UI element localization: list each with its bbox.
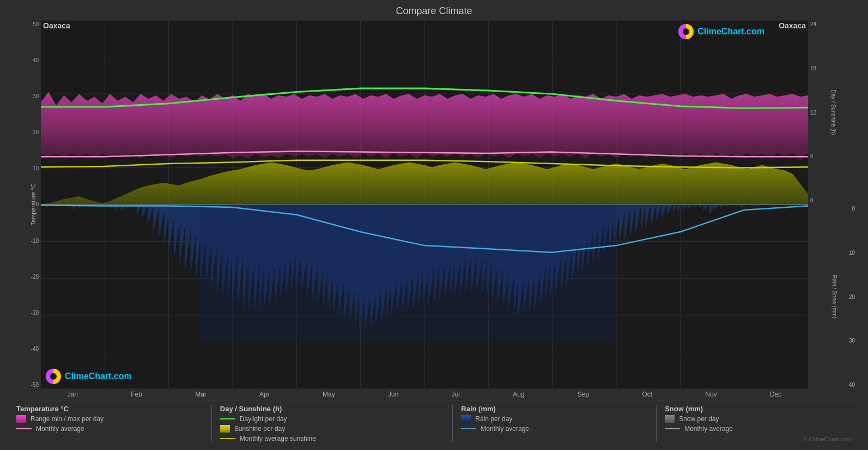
legend-rain-avg: Monthly average — [461, 425, 648, 433]
legend-divider-2 — [452, 405, 453, 442]
x-label-apr: Apr — [259, 391, 270, 398]
legend-temp-avg: Monthly average — [16, 425, 203, 433]
x-axis: Jan Feb Mar Apr May Jun Jul Aug Sep Oct … — [41, 389, 808, 400]
y-axis-right-rain-label: Rain / Snow (mm) — [831, 275, 837, 319]
legend-temperature: Temperature °C Range min / max per day M… — [16, 405, 203, 442]
temp-range-swatch — [16, 415, 26, 423]
legend-rain-per-day: Rain per day — [461, 415, 648, 423]
sunshine-avg-line — [220, 438, 235, 439]
x-label-jan: Jan — [68, 391, 78, 398]
legend-sunshine-title: Day / Sunshine (h) — [220, 405, 444, 413]
chart-title: Compare Climate — [11, 5, 857, 17]
x-label-may: May — [323, 391, 335, 398]
legend-divider-3 — [656, 405, 657, 442]
legend-snow-label: Snow per day — [679, 415, 719, 423]
legend-temp-range: Range min / max per day — [16, 415, 203, 423]
y-axis-right-sunshine-label: Day / Sunshine (h) — [830, 90, 836, 135]
legend-snow-avg-label: Monthly average — [684, 425, 733, 433]
svg-point-3 — [50, 373, 57, 380]
x-label-feb: Feb — [131, 391, 142, 398]
y-axis-left-values: 50 40 30 20 10 0 -10 -20 -30 -40 -50 — [31, 20, 39, 389]
x-label-jun: Jun — [388, 391, 398, 398]
rain-swatch — [461, 415, 471, 423]
y-axis-right: 24 18 12 6 0 0 10 20 30 40 Day / Sunshin… — [808, 20, 857, 389]
legend-area: Temperature °C Range min / max per day M… — [11, 400, 857, 445]
legend-rain-title: Rain (mm) — [461, 405, 648, 413]
chart-canvas: Oaxaca Oaxaca ClimeChart.com — [41, 20, 808, 389]
legend-temp-range-label: Range min / max per day — [31, 415, 104, 423]
rain-avg-line — [461, 428, 476, 429]
legend-rain: Rain (mm) Rain per day Monthly average — [461, 405, 648, 442]
chart-svg — [41, 20, 808, 389]
watermark-logo-bl: ClimeChart.com — [45, 368, 132, 385]
location-label-left: Oaxaca — [43, 21, 70, 30]
x-label-jul: Jul — [452, 391, 460, 398]
legend-sunshine-avg-label: Monthly average sunshine — [240, 435, 316, 442]
legend-rain-avg-label: Monthly average — [481, 425, 529, 433]
main-container: Compare Climate Temperature °C 50 40 30 … — [0, 0, 868, 450]
y-axis-right-rain: 0 10 20 30 40 — [849, 205, 855, 389]
legend-snow: Snow (mm) Snow per day Monthly average ©… — [665, 405, 852, 442]
legend-snow-avg: Monthly average — [665, 425, 852, 433]
x-label-oct: Oct — [642, 391, 652, 398]
legend-divider-1 — [211, 405, 212, 442]
legend-sunshine-label: Sunshine per day — [234, 425, 285, 433]
legend-temp-avg-label: Monthly average — [36, 425, 84, 433]
x-axis-labels: Jan Feb Mar Apr May Jun Jul Aug Sep Oct … — [41, 389, 808, 400]
x-label-dec: Dec — [770, 391, 781, 398]
logo-icon-bl — [45, 368, 62, 385]
snow-avg-line — [665, 428, 680, 429]
legend-sunshine-avg: Monthly average sunshine — [220, 435, 444, 442]
y-axis-right-sunshine: 24 18 12 6 0 — [810, 20, 816, 205]
svg-point-1 — [683, 28, 689, 35]
legend-temp-title: Temperature °C — [16, 405, 203, 413]
svg-rect-31 — [200, 205, 616, 341]
svg-marker-27 — [41, 92, 808, 160]
legend-rain-label: Rain per day — [475, 415, 512, 423]
x-label-sep: Sep — [578, 391, 589, 398]
location-label-right: Oaxaca — [779, 21, 806, 30]
legend-daylight-label: Daylight per day — [240, 415, 287, 423]
brand-name-bl: ClimeChart.com — [65, 371, 132, 381]
logo-icon-tr — [678, 23, 694, 40]
legend-snow-title: Snow (mm) — [665, 405, 852, 413]
x-label-aug: Aug — [513, 391, 524, 398]
copyright: © ClimeChart.com — [803, 436, 852, 442]
temp-avg-line — [16, 428, 32, 429]
watermark-logo-tr: ClimeChart.com — [678, 23, 764, 40]
snow-swatch — [665, 415, 675, 423]
daylight-line — [220, 418, 235, 419]
sunshine-swatch — [220, 425, 230, 433]
x-label-nov: Nov — [705, 391, 717, 398]
y-axis-left: Temperature °C 50 40 30 20 10 0 -10 -20 … — [11, 20, 41, 389]
legend-sunshine: Day / Sunshine (h) Daylight per day Suns… — [220, 405, 444, 442]
legend-daylight: Daylight per day — [220, 415, 444, 423]
legend-snow-per-day: Snow per day — [665, 415, 852, 423]
brand-name-tr: ClimeChart.com — [697, 27, 764, 37]
x-label-mar: Mar — [195, 391, 207, 398]
legend-sunshine-per-day: Sunshine per day — [220, 425, 444, 433]
